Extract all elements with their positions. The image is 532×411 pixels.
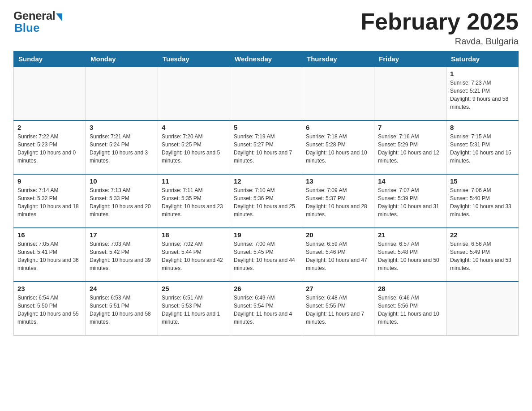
- day-number: 9: [17, 177, 82, 185]
- day-info: Sunrise: 6:56 AMSunset: 5:49 PMDaylight:…: [450, 240, 515, 272]
- calendar-header-friday: Friday: [374, 51, 446, 67]
- title-block: February 2025 Ravda, Bulgaria: [360, 9, 519, 47]
- calendar-cell: 12Sunrise: 7:10 AMSunset: 5:36 PMDayligh…: [230, 174, 302, 228]
- calendar-cell: 13Sunrise: 7:09 AMSunset: 5:37 PMDayligh…: [302, 174, 374, 228]
- calendar-table: SundayMondayTuesdayWednesdayThursdayFrid…: [13, 51, 519, 336]
- day-info: Sunrise: 7:22 AMSunset: 5:23 PMDaylight:…: [17, 133, 82, 165]
- day-info: Sunrise: 6:53 AMSunset: 5:51 PMDaylight:…: [90, 294, 154, 326]
- day-number: 1: [450, 70, 515, 77]
- calendar-cell: 10Sunrise: 7:13 AMSunset: 5:33 PMDayligh…: [86, 174, 158, 228]
- month-title: February 2025: [360, 9, 519, 34]
- day-info: Sunrise: 7:16 AMSunset: 5:29 PMDaylight:…: [378, 133, 442, 165]
- day-info: Sunrise: 7:05 AMSunset: 5:41 PMDaylight:…: [17, 240, 82, 272]
- day-number: 7: [378, 124, 442, 131]
- calendar-cell: 26Sunrise: 6:49 AMSunset: 5:54 PMDayligh…: [230, 282, 302, 335]
- day-info: Sunrise: 7:02 AMSunset: 5:44 PMDaylight:…: [162, 240, 226, 272]
- calendar-header-monday: Monday: [86, 51, 158, 67]
- calendar-week-row: 16Sunrise: 7:05 AMSunset: 5:41 PMDayligh…: [14, 228, 519, 282]
- day-number: 25: [162, 285, 226, 292]
- day-info: Sunrise: 7:09 AMSunset: 5:37 PMDaylight:…: [306, 186, 370, 218]
- calendar-cell: 8Sunrise: 7:15 AMSunset: 5:31 PMDaylight…: [446, 120, 519, 174]
- calendar-week-row: 23Sunrise: 6:54 AMSunset: 5:50 PMDayligh…: [14, 282, 519, 335]
- day-number: 6: [306, 124, 370, 131]
- day-number: 14: [378, 177, 442, 185]
- day-info: Sunrise: 7:19 AMSunset: 5:27 PMDaylight:…: [234, 133, 298, 165]
- day-number: 4: [162, 124, 226, 131]
- day-info: Sunrise: 6:46 AMSunset: 5:56 PMDaylight:…: [378, 294, 442, 326]
- day-number: 2: [17, 124, 82, 131]
- calendar-cell: 27Sunrise: 6:48 AMSunset: 5:55 PMDayligh…: [302, 282, 374, 335]
- calendar-cell: 25Sunrise: 6:51 AMSunset: 5:53 PMDayligh…: [158, 282, 230, 335]
- day-info: Sunrise: 7:23 AMSunset: 5:21 PMDaylight:…: [450, 79, 515, 111]
- day-number: 16: [17, 231, 82, 239]
- day-number: 15: [450, 177, 515, 185]
- day-number: 17: [90, 231, 154, 239]
- calendar-cell: 9Sunrise: 7:14 AMSunset: 5:32 PMDaylight…: [14, 174, 86, 228]
- calendar-cell: 20Sunrise: 6:59 AMSunset: 5:46 PMDayligh…: [302, 228, 374, 282]
- day-number: 10: [90, 177, 154, 185]
- calendar-week-row: 1Sunrise: 7:23 AMSunset: 5:21 PMDaylight…: [14, 67, 519, 120]
- calendar-header-wednesday: Wednesday: [230, 51, 302, 67]
- calendar-cell: [302, 67, 374, 120]
- calendar-header-tuesday: Tuesday: [158, 51, 230, 67]
- day-info: Sunrise: 7:15 AMSunset: 5:31 PMDaylight:…: [450, 133, 515, 165]
- calendar-cell: 1Sunrise: 7:23 AMSunset: 5:21 PMDaylight…: [446, 67, 519, 120]
- day-number: 13: [306, 177, 370, 185]
- logo-blue-text: Blue: [14, 21, 39, 35]
- day-number: 23: [17, 285, 82, 292]
- day-number: 18: [162, 231, 226, 239]
- calendar-cell: 3Sunrise: 7:21 AMSunset: 5:24 PMDaylight…: [86, 120, 158, 174]
- day-info: Sunrise: 7:06 AMSunset: 5:40 PMDaylight:…: [450, 186, 515, 218]
- day-info: Sunrise: 7:18 AMSunset: 5:28 PMDaylight:…: [306, 133, 370, 165]
- calendar-cell: [86, 67, 158, 120]
- calendar-cell: 4Sunrise: 7:20 AMSunset: 5:25 PMDaylight…: [158, 120, 230, 174]
- calendar-cell: 7Sunrise: 7:16 AMSunset: 5:29 PMDaylight…: [374, 120, 446, 174]
- calendar-cell: 2Sunrise: 7:22 AMSunset: 5:23 PMDaylight…: [14, 120, 86, 174]
- day-info: Sunrise: 7:10 AMSunset: 5:36 PMDaylight:…: [234, 186, 298, 218]
- calendar-week-row: 2Sunrise: 7:22 AMSunset: 5:23 PMDaylight…: [14, 120, 519, 174]
- calendar-cell: 6Sunrise: 7:18 AMSunset: 5:28 PMDaylight…: [302, 120, 374, 174]
- calendar-cell: [14, 67, 86, 120]
- calendar-cell: 24Sunrise: 6:53 AMSunset: 5:51 PMDayligh…: [86, 282, 158, 335]
- day-info: Sunrise: 7:13 AMSunset: 5:33 PMDaylight:…: [90, 186, 154, 218]
- calendar-cell: 18Sunrise: 7:02 AMSunset: 5:44 PMDayligh…: [158, 228, 230, 282]
- calendar-header-row: SundayMondayTuesdayWednesdayThursdayFrid…: [14, 51, 519, 67]
- day-info: Sunrise: 6:49 AMSunset: 5:54 PMDaylight:…: [234, 294, 298, 326]
- calendar-cell: 11Sunrise: 7:11 AMSunset: 5:35 PMDayligh…: [158, 174, 230, 228]
- logo-arrow-icon: [56, 13, 62, 21]
- calendar-cell: 19Sunrise: 7:00 AMSunset: 5:45 PMDayligh…: [230, 228, 302, 282]
- day-number: 22: [450, 231, 515, 239]
- day-number: 3: [90, 124, 154, 131]
- day-info: Sunrise: 7:00 AMSunset: 5:45 PMDaylight:…: [234, 240, 298, 272]
- calendar-cell: [230, 67, 302, 120]
- calendar-header-sunday: Sunday: [14, 51, 86, 67]
- day-info: Sunrise: 7:11 AMSunset: 5:35 PMDaylight:…: [162, 186, 226, 218]
- day-number: 24: [90, 285, 154, 292]
- calendar-cell: 28Sunrise: 6:46 AMSunset: 5:56 PMDayligh…: [374, 282, 446, 335]
- day-number: 8: [450, 124, 515, 131]
- day-info: Sunrise: 6:48 AMSunset: 5:55 PMDaylight:…: [306, 294, 370, 326]
- calendar-cell: 23Sunrise: 6:54 AMSunset: 5:50 PMDayligh…: [14, 282, 86, 335]
- calendar-header-saturday: Saturday: [446, 51, 519, 67]
- calendar-cell: 22Sunrise: 6:56 AMSunset: 5:49 PMDayligh…: [446, 228, 519, 282]
- day-number: 20: [306, 231, 370, 239]
- calendar-cell: [374, 67, 446, 120]
- day-number: 5: [234, 124, 298, 131]
- page-header: General Blue February 2025 Ravda, Bulgar…: [13, 9, 519, 47]
- day-info: Sunrise: 7:14 AMSunset: 5:32 PMDaylight:…: [17, 186, 82, 218]
- day-number: 12: [234, 177, 298, 185]
- day-info: Sunrise: 6:54 AMSunset: 5:50 PMDaylight:…: [17, 294, 82, 326]
- calendar-cell: 15Sunrise: 7:06 AMSunset: 5:40 PMDayligh…: [446, 174, 519, 228]
- day-info: Sunrise: 7:03 AMSunset: 5:42 PMDaylight:…: [90, 240, 154, 272]
- day-number: 28: [378, 285, 442, 292]
- day-number: 11: [162, 177, 226, 185]
- calendar-cell: 5Sunrise: 7:19 AMSunset: 5:27 PMDaylight…: [230, 120, 302, 174]
- calendar-week-row: 9Sunrise: 7:14 AMSunset: 5:32 PMDaylight…: [14, 174, 519, 228]
- calendar-cell: 16Sunrise: 7:05 AMSunset: 5:41 PMDayligh…: [14, 228, 86, 282]
- calendar-cell: [446, 282, 519, 335]
- calendar-header-thursday: Thursday: [302, 51, 374, 67]
- day-number: 19: [234, 231, 298, 239]
- day-number: 27: [306, 285, 370, 292]
- day-info: Sunrise: 6:57 AMSunset: 5:48 PMDaylight:…: [378, 240, 442, 272]
- day-number: 21: [378, 231, 442, 239]
